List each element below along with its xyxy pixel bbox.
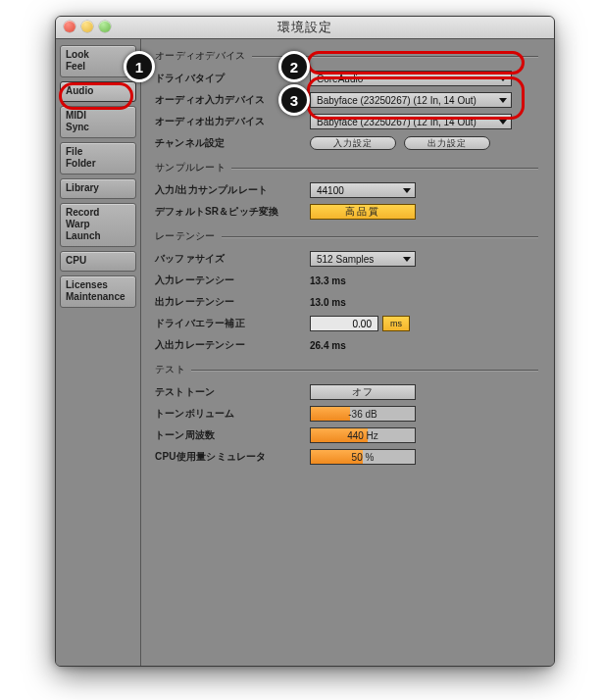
zoom-icon[interactable] <box>99 21 111 32</box>
tab-label: Launch <box>66 230 130 242</box>
section-title: サンプルレート <box>155 161 226 175</box>
window-title: 環境設定 <box>56 19 554 36</box>
label-input-latency: 入力レーテンシー <box>155 274 310 287</box>
tab-library[interactable]: Library <box>60 178 136 199</box>
chevron-down-icon <box>499 98 507 103</box>
label-tone-volume: トーンボリューム <box>155 407 310 421</box>
tone-frequency-slider[interactable]: 440 Hz <box>310 427 416 443</box>
buffer-size-dropdown[interactable]: 512 Samples <box>310 251 416 267</box>
sidebar: Look Feel Audio MIDI Sync File Folder Li… <box>56 39 141 666</box>
divider <box>231 168 538 169</box>
tab-label: Look <box>66 49 130 61</box>
driver-type-dropdown[interactable]: CoreAudio <box>310 71 512 86</box>
chevron-down-icon <box>403 257 411 262</box>
test-tone-toggle[interactable]: オフ <box>310 384 416 400</box>
toggle-label: オフ <box>352 385 374 399</box>
driver-error-comp-input[interactable] <box>310 316 378 331</box>
output-config-button[interactable]: 出力設定 <box>404 136 490 150</box>
window-controls <box>64 21 111 32</box>
dropdown-value: 44100 <box>317 185 344 196</box>
tab-audio[interactable]: Audio <box>60 81 136 102</box>
tab-label: Sync <box>66 122 130 133</box>
tone-volume-slider[interactable]: -36 dB <box>310 406 416 422</box>
cpu-usage-sim-slider[interactable]: 50 % <box>310 449 416 465</box>
tab-file-folder[interactable]: File Folder <box>60 142 136 175</box>
button-label: 出力設定 <box>427 137 467 150</box>
tab-label: Folder <box>66 158 130 170</box>
tab-label: Licenses <box>66 279 130 291</box>
dropdown-value: Babyface (23250267) (12 In, 14 Out) <box>317 117 477 127</box>
preferences-window: 環境設定 Look Feel Audio MIDI Sync File Fold… <box>55 16 555 667</box>
output-latency-value: 13.0 ms <box>310 297 346 308</box>
slider-value: -36 dB <box>311 407 415 421</box>
chevron-down-icon <box>499 76 507 81</box>
label-total-latency: 入出力レーテンシー <box>155 338 310 352</box>
audio-output-device-dropdown[interactable]: Babyface (23250267) (12 In, 14 Out) <box>310 114 512 129</box>
label-cpu-sim: CPU使用量シミュレータ <box>155 450 310 464</box>
input-config-button[interactable]: 入力設定 <box>310 136 396 150</box>
tab-label: Feel <box>66 61 130 73</box>
section-title: テスト <box>155 363 185 376</box>
total-latency-value: 26.4 ms <box>310 340 346 351</box>
section-title: レーテンシー <box>155 229 216 243</box>
close-icon[interactable] <box>64 21 75 32</box>
label-channel-config: チャンネル設定 <box>155 136 310 150</box>
audio-input-device-dropdown[interactable]: Babyface (23250267) (12 In, 14 Out) <box>310 92 512 108</box>
minimize-icon[interactable] <box>81 21 93 32</box>
divider <box>222 236 538 237</box>
section-test: テスト <box>155 363 538 376</box>
label-output-latency: 出力レーテンシー <box>155 295 310 309</box>
label-driver-error-comp: ドライバエラー補正 <box>155 317 310 330</box>
slider-value: 50 % <box>311 450 415 464</box>
tab-label: CPU <box>66 255 130 267</box>
tab-midi-sync[interactable]: MIDI Sync <box>60 106 136 138</box>
chevron-down-icon <box>499 120 507 125</box>
label-buffer-size: バッファサイズ <box>155 252 310 266</box>
chevron-down-icon <box>403 188 411 193</box>
label-default-sr-pitch: デフォルトSR＆ピッチ変換 <box>155 205 310 219</box>
tab-label: File <box>66 146 130 158</box>
label-output-device: オーディオ出力デバイス <box>155 115 310 128</box>
tab-label: Warp <box>66 219 130 230</box>
tab-label: MIDI <box>66 110 130 122</box>
slider-value: 440 Hz <box>311 428 415 442</box>
tab-look-feel[interactable]: Look Feel <box>60 45 136 77</box>
label-test-tone: テストトーン <box>155 385 310 399</box>
divider <box>252 56 538 57</box>
dropdown-value: 512 Samples <box>317 254 374 265</box>
button-label: 入力設定 <box>333 137 373 150</box>
sr-pitch-quality-button[interactable]: 高品質 <box>310 204 416 220</box>
content-panel: オーディオデバイス ドライバタイプ CoreAudio オーディオ入力デバイス <box>141 39 554 666</box>
label-input-device: オーディオ入力デバイス <box>155 93 310 107</box>
tab-cpu[interactable]: CPU <box>60 251 136 272</box>
tab-licenses[interactable]: Licenses Maintenance <box>60 275 136 308</box>
tab-label: Audio <box>66 85 130 97</box>
dropdown-value: Babyface (23250267) (12 In, 14 Out) <box>317 95 477 106</box>
unit-ms: ms <box>382 316 410 331</box>
label-driver-type: ドライバタイプ <box>155 72 310 85</box>
section-latency: レーテンシー <box>155 229 538 243</box>
titlebar: 環境設定 <box>56 17 554 39</box>
tab-record-warp[interactable]: Record Warp Launch <box>60 203 136 247</box>
label-tone-freq: トーン周波数 <box>155 428 310 442</box>
input-latency-value: 13.3 ms <box>310 275 346 286</box>
tab-label: Library <box>66 182 130 194</box>
sample-rate-dropdown[interactable]: 44100 <box>310 182 416 198</box>
section-sample-rate: サンプルレート <box>155 161 538 175</box>
divider <box>191 370 538 371</box>
tab-label: Maintenance <box>66 291 130 303</box>
button-label: 高品質 <box>345 205 380 219</box>
section-audio-device: オーディオデバイス <box>155 49 538 63</box>
tab-label: Record <box>66 207 130 219</box>
section-title: オーディオデバイス <box>155 49 246 63</box>
label-io-sample-rate: 入力/出力サンプルレート <box>155 183 310 197</box>
dropdown-value: CoreAudio <box>317 74 363 84</box>
